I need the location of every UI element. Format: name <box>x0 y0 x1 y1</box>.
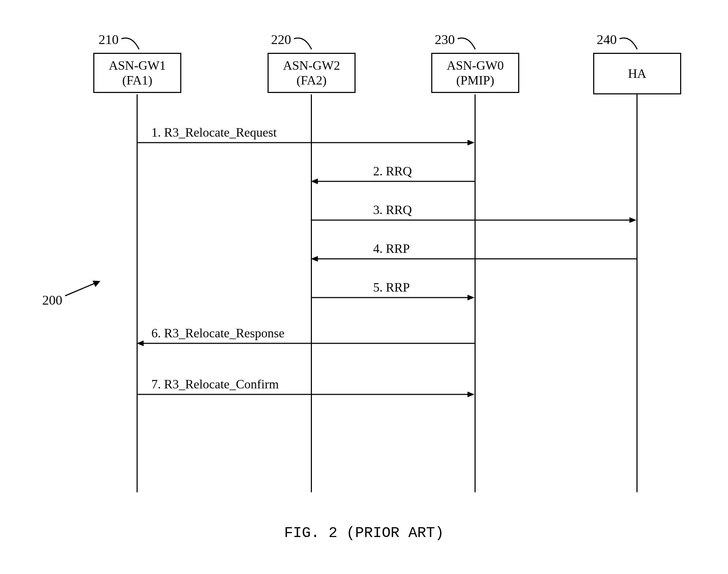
participant-box-2: ASN-GW2 (FA2) <box>268 53 356 93</box>
message-arrow-6 <box>137 340 476 347</box>
participant-name-1: ASN-GW1 <box>101 58 173 73</box>
message-arrow-2 <box>311 178 476 185</box>
ref-curve-230 <box>458 35 486 53</box>
message-label-2: 2. RRQ <box>373 164 412 179</box>
message-label-3: 3. RRQ <box>373 202 412 217</box>
participant-box-1: ASN-GW1 (FA1) <box>93 53 181 93</box>
lifeline-2 <box>311 94 312 492</box>
diagram-ref-arrow <box>65 278 107 299</box>
message-label-7: 7. R3_Relocate_Confirm <box>151 377 279 392</box>
lifeline-1 <box>137 94 138 492</box>
svg-marker-3 <box>311 179 318 184</box>
message-arrow-7 <box>137 391 476 398</box>
ref-curve-220 <box>294 35 322 53</box>
svg-marker-5 <box>629 217 636 223</box>
participant-name-2: ASN-GW2 <box>276 58 347 73</box>
participant-box-3: ASN-GW0 (PMIP) <box>431 53 519 93</box>
svg-marker-1 <box>467 140 475 145</box>
ref-label-230: 230 <box>435 32 455 47</box>
svg-line-14 <box>65 282 99 296</box>
message-label-6: 6. R3_Relocate_Response <box>151 326 284 341</box>
lifeline-3 <box>475 94 476 492</box>
ref-curve-210 <box>121 35 150 53</box>
figure-caption: FIG. 2 (PRIOR ART) <box>0 525 728 542</box>
svg-marker-11 <box>137 341 144 346</box>
participant-sub-1: (FA1) <box>101 73 173 88</box>
message-arrow-1 <box>137 139 476 146</box>
svg-marker-9 <box>467 295 475 300</box>
ref-label-210: 210 <box>99 32 119 47</box>
ref-label-240: 240 <box>597 32 617 47</box>
diagram-ref-label: 200 <box>42 292 62 308</box>
lifeline-4 <box>636 94 638 492</box>
message-arrow-5 <box>311 294 476 301</box>
message-label-5: 5. RRP <box>373 280 410 295</box>
ref-label-220: 220 <box>271 32 291 47</box>
participant-sub-2: (FA2) <box>276 73 347 88</box>
svg-marker-7 <box>311 256 318 262</box>
ref-curve-240 <box>620 35 648 53</box>
participant-sub-3: (PMIP) <box>439 73 511 88</box>
participant-name-4: HA <box>628 66 646 81</box>
svg-marker-13 <box>467 392 475 397</box>
message-label-1: 1. R3_Relocate_Request <box>151 125 277 140</box>
message-label-4: 4. RRP <box>373 241 410 256</box>
participant-name-3: ASN-GW0 <box>439 58 511 73</box>
message-arrow-3 <box>311 217 638 224</box>
message-arrow-4 <box>311 255 638 262</box>
participant-box-4: HA <box>593 53 681 94</box>
